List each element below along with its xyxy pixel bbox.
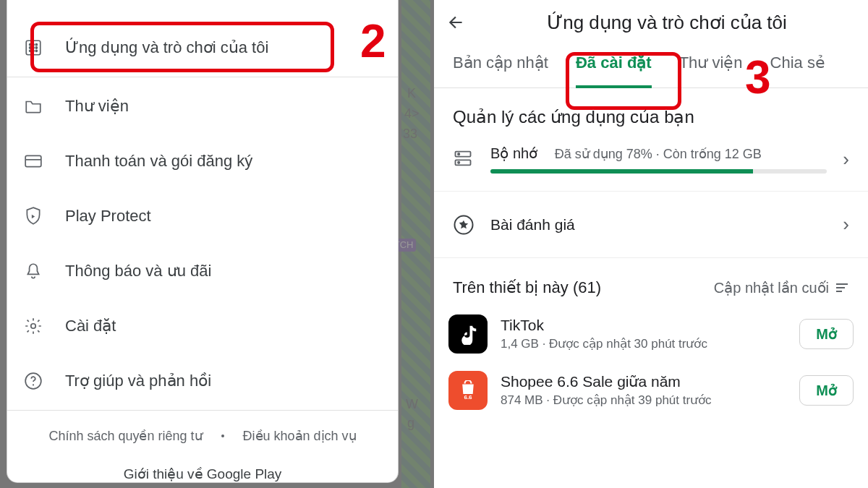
menu-label: Ứng dụng và trò chơi của tôi [65, 38, 268, 57]
divider [7, 410, 398, 411]
tab-share[interactable]: Chia sẻ [770, 53, 825, 87]
reviews-label: Bài đánh giá [490, 216, 827, 234]
menu-label: Thông báo và ưu đãi [65, 262, 211, 281]
open-button[interactable]: Mở [799, 375, 854, 406]
sort-button[interactable]: Cập nhật lần cuối [714, 279, 849, 296]
menu-play-protect[interactable]: Play Protect [7, 189, 398, 244]
menu-label: Play Protect [65, 207, 151, 226]
menu-library[interactable]: Thư viện [7, 79, 398, 134]
folder-icon [23, 96, 43, 116]
chevron-right-icon: › [843, 148, 849, 171]
star-circle-icon [453, 214, 475, 236]
svg-point-6 [35, 47, 37, 48]
bg-char: K [407, 87, 416, 101]
menu-notifications[interactable]: Thông báo và ưu đãi [7, 244, 398, 299]
tiktok-app-icon [448, 314, 488, 354]
tab-updates[interactable]: Bản cập nhật [453, 53, 548, 87]
background-sliver: K 4> 33 ATCH W g [401, 0, 430, 488]
tab-library[interactable]: Thư viện [679, 53, 743, 87]
chevron-right-icon: › [843, 213, 849, 236]
sort-icon [835, 282, 849, 294]
link-about[interactable]: Giới thiệu về Google Play [7, 448, 398, 488]
manage-apps-heading: Quản lý các ứng dụng của bạn [434, 88, 868, 139]
sort-label: Cập nhật lần cuối [714, 279, 829, 296]
storage-detail: Đã sử dụng 78% · Còn trống 12 GB [555, 147, 762, 161]
shield-icon [23, 206, 43, 226]
svg-point-2 [33, 44, 34, 46]
left-screenshot: K 4> 33 ATCH W g Ứng dụng và trò chơi củ… [0, 0, 430, 488]
menu-label: Thanh toán và gói đăng ký [65, 152, 252, 171]
bg-char: 4> [404, 107, 420, 121]
menu-my-apps[interactable]: Ứng dụng và trò chơi của tôi [7, 20, 398, 75]
svg-point-7 [30, 50, 31, 51]
app-meta: 874 MB · Được cập nhật 39 phút trước [501, 393, 786, 408]
card-icon [23, 151, 43, 171]
menu-help[interactable]: Trợ giúp và phản hồi [7, 354, 398, 408]
reviews-row[interactable]: Bài đánh giá › [434, 191, 868, 258]
storage-icon [453, 148, 475, 170]
storage-progress [490, 169, 827, 174]
svg-point-3 [35, 44, 37, 46]
divider [7, 77, 398, 77]
play-store-drawer: Ứng dụng và trò chơi của tôi Thư viện Th… [7, 0, 398, 482]
svg-point-8 [33, 50, 34, 51]
app-row-tiktok[interactable]: TikTok 1,4 GB · Được cập nhật 30 phút tr… [434, 306, 868, 362]
grid-icon [23, 38, 43, 58]
separator-dot [221, 435, 224, 437]
menu-label: Thư viện [65, 97, 129, 116]
bg-char: W [406, 398, 418, 412]
svg-point-14 [33, 384, 34, 385]
menu-settings[interactable]: Cài đặt [7, 299, 398, 354]
svg-point-9 [35, 50, 37, 51]
app-name: TikTok [501, 317, 786, 334]
help-icon [23, 371, 43, 391]
storage-label: Bộ nhớ [490, 145, 537, 161]
gear-icon [23, 316, 43, 336]
svg-point-12 [31, 324, 36, 329]
link-privacy[interactable]: Chính sách quyền riêng tư [48, 428, 202, 444]
menu-label: Cài đặt [65, 317, 116, 335]
tabs-bar: Bản cập nhật Đã cài đặt Thư viện Chia sẻ [434, 40, 868, 88]
bg-char: g [407, 416, 414, 431]
app-name: Shopee 6.6 Sale giữa năm [501, 373, 786, 390]
installed-apps-screen: Ứng dụng và trò chơi của tôi Bản cập nhậ… [434, 0, 868, 488]
storage-progress-fill [490, 169, 753, 174]
storage-row[interactable]: Bộ nhớ Đã sử dụng 78% · Còn trống 12 GB … [434, 139, 868, 178]
menu-payment[interactable]: Thanh toán và gói đăng ký [7, 134, 398, 189]
menu-label: Trợ giúp và phản hồi [65, 372, 211, 390]
back-button[interactable] [444, 10, 469, 35]
open-button[interactable]: Mở [799, 319, 854, 349]
svg-point-18 [458, 162, 459, 163]
app-meta: 1,4 GB · Được cập nhật 30 phút trước [501, 336, 786, 351]
page-title: Ứng dụng và trò chơi của tôi [482, 12, 852, 34]
shopee-app-icon: 6.6 [448, 371, 488, 410]
link-tos[interactable]: Điều khoản dịch vụ [243, 428, 357, 444]
svg-point-17 [458, 153, 459, 155]
svg-rect-10 [25, 155, 41, 166]
svg-point-1 [30, 44, 31, 46]
bg-char: 33 [403, 127, 417, 142]
app-row-shopee[interactable]: 6.6 Shopee 6.6 Sale giữa năm 874 MB · Đư… [434, 362, 868, 419]
svg-point-5 [33, 47, 34, 48]
bell-icon [23, 261, 43, 281]
device-heading: Trên thiết bị này (61) [453, 278, 601, 297]
right-screenshot: Ứng dụng và trò chơi của tôi Bản cập nhậ… [434, 0, 868, 488]
tab-installed[interactable]: Đã cài đặt [576, 53, 652, 88]
svg-point-4 [30, 47, 31, 48]
